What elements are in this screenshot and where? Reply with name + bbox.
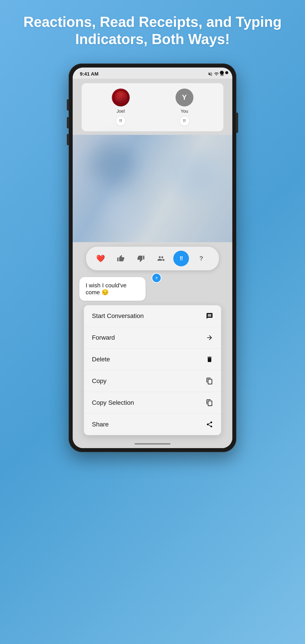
menu-item-copy-selection[interactable]: Copy Selection	[84, 392, 221, 414]
copy-selection-label: Copy Selection	[92, 399, 134, 406]
home-indicator-area	[73, 440, 232, 448]
camera-module	[220, 71, 228, 75]
menu-item-delete[interactable]: Delete	[84, 348, 221, 370]
context-menu: Start Conversation Forward	[84, 305, 221, 435]
avatar-joel	[112, 88, 130, 106]
phone-frame: 9:41 AM	[69, 64, 236, 452]
joel-avatar-art	[113, 90, 128, 105]
heart-emoji: ❤️	[96, 254, 105, 263]
svg-point-4	[113, 90, 128, 105]
wifi-icon	[214, 72, 219, 76]
start-conversation-label: Start Conversation	[92, 312, 144, 320]
avatar-you: Y	[176, 88, 194, 106]
blur-blob-1	[90, 144, 135, 184]
home-bar	[134, 443, 170, 444]
message-bubble: I wish I could've come 😔	[80, 277, 146, 301]
bubble-reaction-icon: !!	[156, 276, 157, 280]
reaction-people-btn[interactable]	[153, 251, 169, 266]
camera-lens-1	[220, 71, 224, 75]
forward-icon	[206, 334, 213, 341]
share-label: Share	[92, 421, 109, 428]
reaction-thumbsup-btn[interactable]	[113, 251, 128, 266]
contact-bar: Joel !! Y You !!	[82, 83, 224, 131]
copy-label: Copy	[92, 378, 106, 384]
svg-point-8	[121, 97, 124, 101]
message-text: I wish I could've come 😔	[86, 282, 126, 296]
joel-excl-icon: !!	[120, 118, 122, 123]
people-icon	[157, 255, 165, 262]
blur-background	[73, 135, 232, 242]
reaction-excl-btn[interactable]: !!	[173, 251, 189, 266]
joel-status-btn[interactable]: !!	[116, 116, 126, 126]
delete-icon	[206, 356, 213, 363]
share-icon	[206, 421, 213, 428]
thumbsdown-icon	[137, 255, 145, 262]
reaction-bar: ❤️	[86, 247, 219, 270]
svg-point-5	[115, 92, 123, 101]
contact-you: Y You !!	[176, 88, 194, 126]
screen-content: Joel !! Y You !!	[73, 79, 232, 440]
joel-name: Joel	[116, 109, 125, 114]
message-wrapper: I wish I could've come 😔 !!	[80, 277, 158, 301]
menu-item-forward[interactable]: Forward	[84, 327, 221, 348]
copy-icon	[206, 378, 213, 384]
page-headline: Reactions, Read Receipts, and Typing Ind…	[6, 14, 300, 48]
menu-item-copy[interactable]: Copy	[84, 370, 221, 392]
menu-item-start-conversation[interactable]: Start Conversation	[84, 305, 221, 327]
camera-lens-2	[225, 71, 228, 74]
status-bar: 9:41 AM	[73, 68, 232, 79]
svg-point-7	[116, 95, 120, 101]
contact-joel: Joel !!	[112, 88, 130, 126]
you-name: You	[181, 109, 188, 114]
headline-line1: Reactions, Read Receipts, and Typing	[24, 14, 282, 30]
blur-blob-2	[170, 153, 219, 198]
phone-screen: 9:41 AM	[73, 68, 232, 448]
you-status-btn[interactable]: !!	[180, 116, 190, 126]
you-initial: Y	[182, 93, 187, 102]
reaction-question-btn[interactable]: ?	[194, 251, 209, 266]
thumbsup-icon	[117, 255, 124, 262]
message-area: I wish I could've come 😔 !!	[73, 272, 232, 305]
copy-selection-icon	[206, 399, 213, 406]
bubble-reaction-indicator: !!	[152, 273, 162, 283]
delete-label: Delete	[92, 356, 110, 363]
blur-blob-3	[104, 198, 144, 233]
menu-item-share[interactable]: Share	[84, 414, 221, 435]
excl-active-icon: !!	[180, 255, 182, 262]
question-icon: ?	[199, 255, 203, 262]
context-menu-wrapper: Start Conversation Forward	[73, 305, 232, 440]
status-time: 9:41 AM	[80, 71, 98, 77]
forward-label: Forward	[92, 334, 115, 341]
svg-point-6	[120, 92, 125, 99]
contact-bar-wrapper: Joel !! Y You !!	[73, 79, 232, 135]
headline-line2: Indicators, Both Ways!	[75, 31, 230, 47]
start-conversation-icon	[206, 312, 213, 320]
reaction-bar-wrapper: ❤️	[73, 242, 232, 272]
reaction-heart-btn[interactable]: ❤️	[93, 251, 108, 266]
mute-icon	[208, 72, 213, 76]
you-excl-icon: !!	[183, 118, 186, 123]
reaction-thumbsdown-btn[interactable]	[133, 251, 149, 266]
